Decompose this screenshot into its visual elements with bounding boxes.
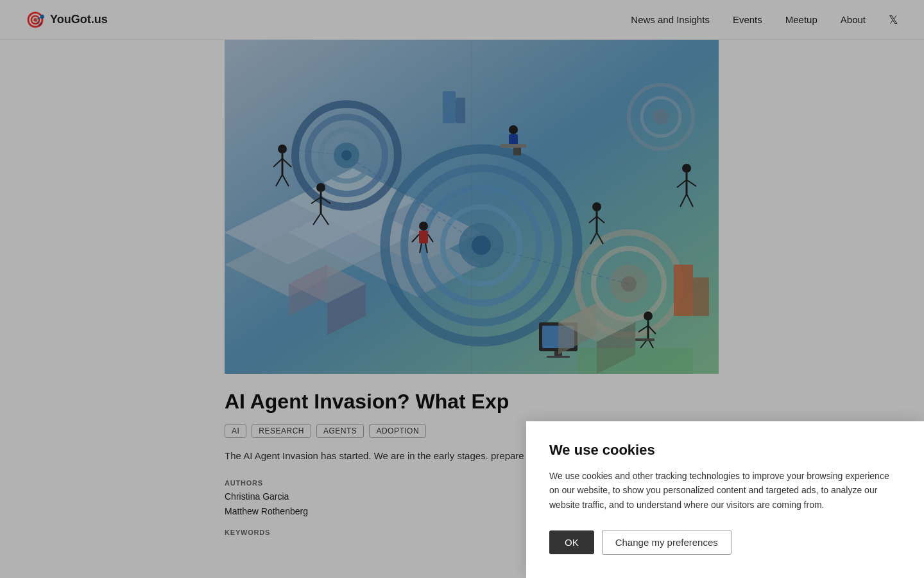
cookie-preferences-button[interactable]: Change my preferences <box>602 530 732 555</box>
cookie-title: We use cookies <box>549 442 901 459</box>
cookie-banner: We use cookies We use cookies and other … <box>526 421 924 578</box>
cookie-buttons: OK Change my preferences <box>549 530 901 555</box>
cookie-body: We use cookies and other tracking techno… <box>549 469 901 512</box>
cookie-ok-button[interactable]: OK <box>549 530 594 554</box>
cookie-overlay: We use cookies We use cookies and other … <box>0 0 924 578</box>
